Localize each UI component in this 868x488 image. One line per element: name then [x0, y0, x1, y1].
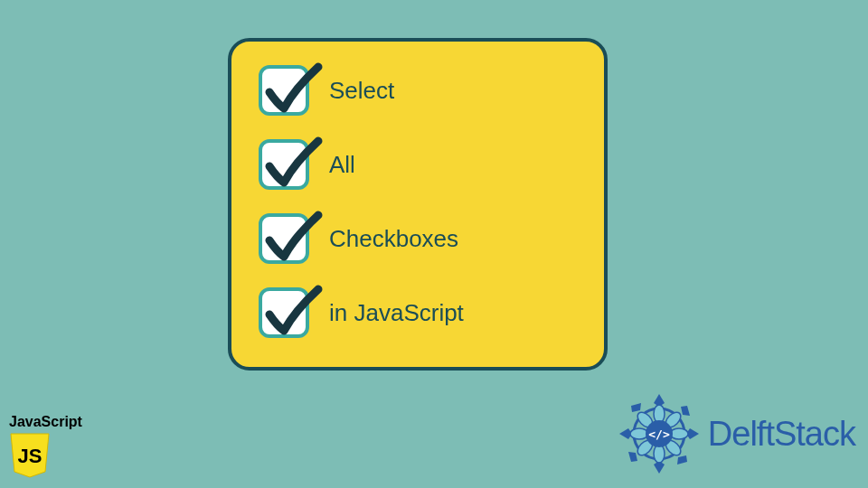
javascript-label: JavaScript — [9, 414, 82, 430]
checklist-row: in JavaScript — [259, 287, 577, 338]
checklist-label: All — [329, 151, 355, 179]
delftstack-logo: </> DelftStack — [618, 392, 855, 475]
checkmark-icon — [260, 204, 326, 269]
js-shield-icon: JS — [9, 432, 51, 479]
checkbox — [259, 65, 309, 116]
checklist-row: Checkboxes — [259, 213, 577, 264]
checklist-label: Checkboxes — [329, 225, 458, 253]
checklist-label: Select — [329, 77, 394, 105]
svg-text:JS: JS — [18, 445, 42, 467]
delftstack-text: DelftStack — [708, 415, 855, 454]
checkmark-icon — [260, 56, 326, 121]
javascript-badge: JavaScript JS — [9, 414, 82, 479]
checklist-card: Select All Checkboxes in JavaScript — [228, 38, 608, 371]
checklist-row: Select — [259, 65, 577, 116]
checkmark-icon — [260, 278, 326, 343]
svg-text:</>: </> — [648, 427, 670, 441]
checkbox — [259, 213, 309, 264]
checklist-row: All — [259, 139, 577, 190]
checkbox — [259, 287, 309, 338]
checklist-label: in JavaScript — [329, 299, 464, 327]
delftstack-mandala-icon: </> — [618, 392, 701, 475]
checkmark-icon — [260, 130, 326, 195]
checkbox — [259, 139, 309, 190]
